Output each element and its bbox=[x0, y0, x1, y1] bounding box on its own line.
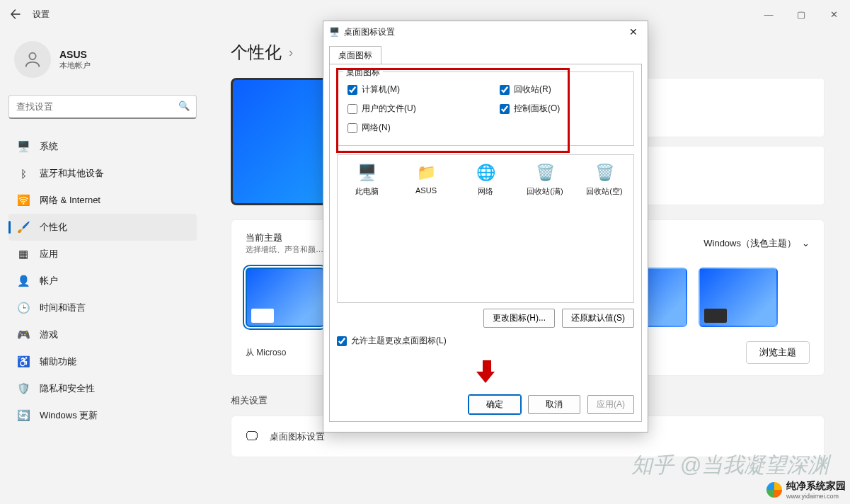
nav-icon: ▦ bbox=[17, 248, 30, 260]
search-icon: 🔍 bbox=[178, 101, 190, 111]
dialog-titlebar[interactable]: 🖥️ 桌面图标设置 ✕ bbox=[323, 21, 648, 42]
icon-preview-item[interactable]: 🖥️此电脑 bbox=[348, 162, 386, 295]
window-title: 设置 bbox=[33, 8, 50, 21]
nav-label: 游戏 bbox=[40, 328, 58, 341]
theme-card-title: 当前主题 bbox=[246, 231, 323, 244]
desktop-icons-dialog: 🖥️ 桌面图标设置 ✕ 桌面图标 桌面图标 计算机(M) 回收站(R) 用户的文… bbox=[323, 21, 648, 433]
user-block[interactable]: ASUS 本地帐户 bbox=[8, 28, 197, 95]
search-box[interactable]: 🔍 bbox=[8, 95, 197, 119]
sidebar-item-7[interactable]: 🎮游戏 bbox=[8, 321, 197, 348]
checkbox[interactable] bbox=[500, 104, 510, 114]
sidebar-item-1[interactable]: ᛒ蓝牙和其他设备 bbox=[8, 160, 197, 187]
nav-icon: 👤 bbox=[17, 275, 30, 287]
icon-label: ASUS bbox=[415, 186, 437, 195]
sidebar-item-9[interactable]: 🛡️隐私和安全性 bbox=[8, 375, 197, 402]
preview-icon: 🗑️ bbox=[532, 162, 558, 183]
sidebar-item-2[interactable]: 🛜网络 & Internet bbox=[8, 187, 197, 214]
nav-icon: ᛒ bbox=[17, 168, 30, 180]
cancel-button[interactable]: 取消 bbox=[528, 395, 580, 414]
theme-thumb[interactable] bbox=[246, 268, 325, 327]
store-line: 从 Microso bbox=[246, 347, 286, 359]
allow-themes-change-icons[interactable]: 允许主题更改桌面图标(L) bbox=[337, 335, 634, 347]
nav-icon: ♿ bbox=[17, 355, 30, 368]
preview-icon: 🖥️ bbox=[354, 162, 379, 183]
nav-label: 个性化 bbox=[40, 221, 67, 234]
nav-icon: 🔄 bbox=[17, 409, 30, 422]
sidebar-item-6[interactable]: 🕒时间和语言 bbox=[8, 294, 197, 321]
nav-label: 系统 bbox=[40, 140, 58, 153]
nav-icon: 🖌️ bbox=[17, 221, 30, 234]
related-item-label: 桌面图标设置 bbox=[270, 430, 325, 443]
chevron-down-icon: ⌄ bbox=[802, 238, 810, 248]
checkbox[interactable] bbox=[500, 85, 510, 95]
chk-ctrlpanel[interactable]: 控制面板(O) bbox=[500, 103, 624, 115]
sidebar-item-4[interactable]: ▦应用 bbox=[8, 241, 197, 268]
arrow-left-icon bbox=[10, 8, 21, 20]
browse-themes-button[interactable]: 浏览主题 bbox=[746, 341, 810, 364]
tab-strip: 桌面图标 bbox=[329, 45, 642, 64]
checkbox[interactable] bbox=[337, 336, 347, 346]
apply-button[interactable]: 应用(A) bbox=[587, 395, 634, 414]
nav-list: 🖥️系统ᛒ蓝牙和其他设备🛜网络 & Internet🖌️个性化▦应用👤帐户🕒时间… bbox=[8, 133, 197, 429]
dialog-title: 桌面图标设置 bbox=[344, 26, 395, 38]
dialog-close-button[interactable]: ✕ bbox=[625, 26, 642, 38]
theme-thumb[interactable] bbox=[699, 268, 778, 327]
chk-recycle[interactable]: 回收站(R) bbox=[500, 84, 624, 96]
change-icon-button[interactable]: 更改图标(H)... bbox=[483, 309, 555, 328]
annotation-red-arrow bbox=[476, 360, 495, 386]
theme-card-sub: 选择墙纸、声音和颜… bbox=[246, 244, 323, 255]
icon-preview-item[interactable]: 📁ASUS bbox=[407, 162, 445, 295]
sidebar-item-0[interactable]: 🖥️系统 bbox=[8, 133, 197, 160]
theme-dd-label: Windows（浅色主题） bbox=[703, 237, 796, 250]
monitor-icon: 🖵 bbox=[246, 429, 258, 444]
watermark-brand: 纯净系统家园 www.yidaimei.com bbox=[766, 480, 846, 500]
restore-defaults-button[interactable]: 还原默认值(S) bbox=[562, 309, 634, 328]
tab-desktop-icons[interactable]: 桌面图标 bbox=[329, 46, 381, 64]
nav-label: 网络 & Internet bbox=[40, 194, 100, 207]
sidebar-item-5[interactable]: 👤帐户 bbox=[8, 268, 197, 294]
dialog-icon: 🖥️ bbox=[329, 27, 340, 37]
theme-dropdown[interactable]: Windows（浅色主题） ⌄ bbox=[703, 237, 810, 250]
sidebar-item-8[interactable]: ♿辅助功能 bbox=[8, 348, 197, 375]
sidebar-item-10[interactable]: 🔄Windows 更新 bbox=[8, 402, 197, 429]
user-sub: 本地帐户 bbox=[59, 60, 91, 71]
chk-computer[interactable]: 计算机(M) bbox=[348, 84, 471, 96]
brand-logo-icon bbox=[766, 482, 782, 498]
preview-icon: 🌐 bbox=[473, 162, 498, 183]
nav-icon: 🛡️ bbox=[17, 382, 30, 395]
back-button[interactable] bbox=[4, 3, 27, 25]
preview-icon: 🗑️ bbox=[592, 162, 617, 183]
icon-preview-item[interactable]: 🗑️回收站(满) bbox=[526, 162, 564, 295]
preview-icon: 📁 bbox=[413, 162, 439, 183]
watermark-zhihu: 知乎 @当我凝望深渊 bbox=[631, 451, 829, 480]
nav-label: 蓝牙和其他设备 bbox=[40, 167, 104, 180]
chk-userfiles[interactable]: 用户的文件(U) bbox=[348, 103, 471, 115]
user-name: ASUS bbox=[59, 49, 91, 60]
group-desktop-icons: 桌面图标 计算机(M) 回收站(R) 用户的文件(U) 控制面板(O) 网络(N… bbox=[337, 71, 634, 146]
nav-label: 时间和语言 bbox=[40, 302, 86, 314]
group-legend: 桌面图标 bbox=[343, 67, 383, 79]
nav-icon: 🎮 bbox=[17, 328, 30, 341]
checkbox[interactable] bbox=[348, 104, 357, 114]
sidebar-item-3[interactable]: 🖌️个性化 bbox=[8, 214, 197, 241]
icon-preview-item[interactable]: 🌐网络 bbox=[466, 162, 505, 295]
checkbox[interactable] bbox=[348, 85, 357, 95]
icon-label: 网络 bbox=[478, 186, 493, 197]
chk-network[interactable]: 网络(N) bbox=[348, 122, 471, 134]
person-icon bbox=[23, 50, 42, 69]
tab-body: 桌面图标 计算机(M) 回收站(R) 用户的文件(U) 控制面板(O) 网络(N… bbox=[329, 64, 642, 422]
sidebar: ASUS 本地帐户 🔍 🖥️系统ᛒ蓝牙和其他设备🛜网络 & Internet🖌️… bbox=[0, 28, 205, 504]
search-input[interactable] bbox=[8, 95, 197, 119]
icon-preview-item[interactable]: 🗑️回收站(空) bbox=[585, 162, 624, 295]
icon-preview-list[interactable]: 🖥️此电脑📁ASUS🌐网络🗑️回收站(满)🗑️回收站(空) bbox=[337, 154, 634, 303]
icon-label: 回收站(满) bbox=[527, 186, 563, 197]
minimize-button[interactable]: — bbox=[752, 0, 785, 28]
checkbox[interactable] bbox=[348, 123, 357, 133]
close-button[interactable]: ✕ bbox=[817, 0, 850, 28]
nav-label: 隐私和安全性 bbox=[40, 382, 95, 395]
nav-icon: 🕒 bbox=[17, 302, 30, 314]
breadcrumb-root[interactable]: 个性化 bbox=[231, 41, 282, 64]
maximize-button[interactable]: ▢ bbox=[785, 0, 817, 28]
ok-button[interactable]: 确定 bbox=[469, 395, 521, 414]
nav-label: 帐户 bbox=[40, 275, 58, 287]
